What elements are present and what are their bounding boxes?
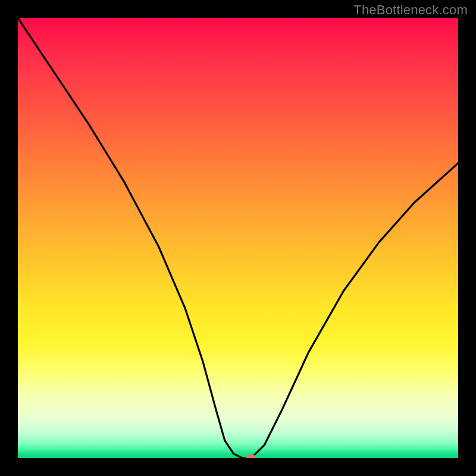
valley-marker <box>246 455 256 458</box>
curve-path <box>18 18 458 458</box>
watermark-label: TheBottleneck.com <box>353 2 468 18</box>
chart-stage: TheBottleneck.com <box>0 0 476 476</box>
bottleneck-curve <box>18 18 458 458</box>
plot-area <box>18 18 458 458</box>
